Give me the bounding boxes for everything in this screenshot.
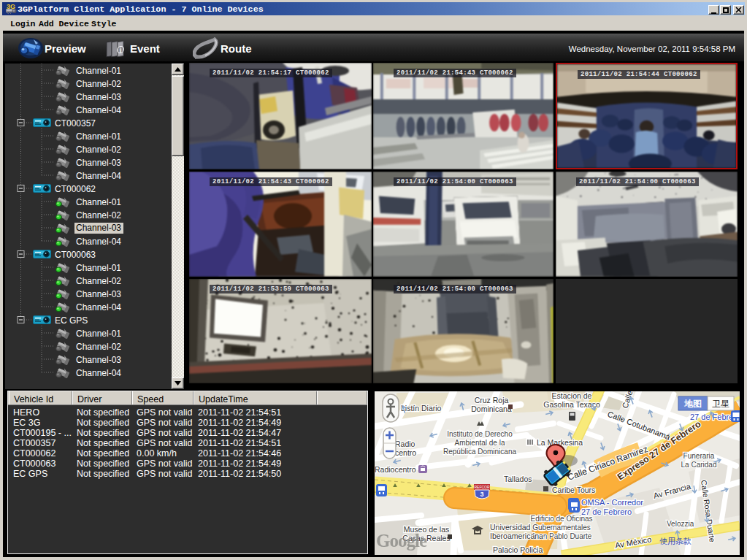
svg-text:REFCOR: REFCOR bbox=[474, 485, 490, 489]
svg-text:Google: Google bbox=[376, 531, 427, 551]
svg-text:La Caridad: La Caridad bbox=[681, 461, 717, 469]
svg-text:Instituto de Derecho: Instituto de Derecho bbox=[447, 430, 513, 438]
svg-text:centro: centro bbox=[395, 448, 416, 457]
svg-text:República Dominicana: República Dominicana bbox=[443, 448, 516, 456]
svg-text:OMSA - Corredor: OMSA - Corredor bbox=[581, 498, 643, 507]
svg-text:Estacion de: Estacion de bbox=[552, 391, 592, 400]
svg-text:Cruz Roja: Cruz Roja bbox=[475, 396, 509, 404]
svg-text:Universidad: Universidad bbox=[490, 523, 531, 532]
svg-text:地图: 地图 bbox=[683, 399, 702, 409]
svg-text:Ambiental de la: Ambiental de la bbox=[455, 439, 505, 447]
svg-text:卫星: 卫星 bbox=[712, 399, 729, 409]
svg-text:Caribe Tours: Caribe Tours bbox=[552, 486, 595, 494]
svg-text:Listín Diario: Listín Diario bbox=[401, 404, 442, 413]
svg-text:使用条款: 使用条款 bbox=[659, 537, 692, 545]
svg-text:Dominicana: Dominicana bbox=[471, 404, 512, 413]
svg-text:3: 3 bbox=[480, 491, 483, 498]
svg-text:Gasolina Texaco: Gasolina Texaco bbox=[543, 400, 600, 409]
svg-text:Gubernamentales: Gubernamentales bbox=[532, 523, 591, 532]
svg-text:Tallados: Tallados bbox=[504, 475, 532, 483]
svg-text:Palacio Policia: Palacio Policia bbox=[493, 545, 543, 554]
svg-text:Velozzia: Velozzia bbox=[667, 520, 694, 528]
svg-text:Funeraria: Funeraria bbox=[683, 452, 715, 460]
svg-text:Iberoamericana: Iberoamericana bbox=[490, 532, 543, 540]
svg-text:Radio: Radio bbox=[395, 440, 415, 448]
svg-text:Radiocentro: Radiocentro bbox=[375, 465, 416, 474]
svg-text:Edificio de Oficinas: Edificio de Oficinas bbox=[530, 515, 592, 523]
